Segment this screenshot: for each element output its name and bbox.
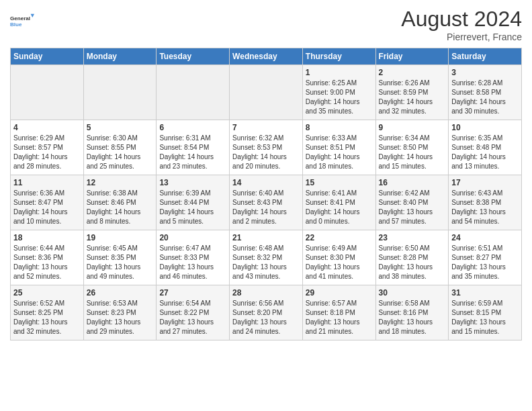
column-header-saturday: Saturday bbox=[449, 48, 522, 65]
day-info: Sunrise: 6:38 AMSunset: 8:46 PMDaylight:… bbox=[87, 189, 154, 226]
day-number: 11 bbox=[13, 178, 81, 187]
calendar-cell: 15Sunrise: 6:41 AMSunset: 8:41 PMDayligh… bbox=[302, 175, 375, 230]
day-info: Sunrise: 6:54 AMSunset: 8:22 PMDaylight:… bbox=[159, 299, 226, 336]
calendar-cell: 2Sunrise: 6:26 AMSunset: 8:59 PMDaylight… bbox=[375, 65, 449, 120]
calendar-cell: 11Sunrise: 6:36 AMSunset: 8:47 PMDayligh… bbox=[11, 175, 84, 230]
calendar-cell: 27Sunrise: 6:54 AMSunset: 8:22 PMDayligh… bbox=[157, 285, 230, 340]
day-info: Sunrise: 6:52 AMSunset: 8:25 PMDaylight:… bbox=[13, 299, 81, 336]
day-number: 3 bbox=[451, 68, 519, 77]
day-number: 26 bbox=[87, 288, 154, 298]
day-info: Sunrise: 6:56 AMSunset: 8:20 PMDaylight:… bbox=[232, 299, 300, 336]
day-number: 2 bbox=[379, 68, 446, 77]
day-number: 21 bbox=[232, 233, 300, 242]
calendar-table: SundayMondayTuesdayWednesdayThursdayFrid… bbox=[10, 48, 522, 340]
day-info: Sunrise: 6:48 AMSunset: 8:32 PMDaylight:… bbox=[232, 244, 300, 281]
day-number: 30 bbox=[379, 288, 446, 298]
day-info: Sunrise: 6:29 AMSunset: 8:57 PMDaylight:… bbox=[13, 134, 81, 171]
day-number: 8 bbox=[306, 123, 373, 132]
day-info: Sunrise: 6:51 AMSunset: 8:27 PMDaylight:… bbox=[451, 244, 519, 281]
day-info: Sunrise: 6:28 AMSunset: 8:58 PMDaylight:… bbox=[451, 79, 519, 116]
day-info: Sunrise: 6:30 AMSunset: 8:55 PMDaylight:… bbox=[87, 134, 154, 171]
calendar-cell: 13Sunrise: 6:39 AMSunset: 8:44 PMDayligh… bbox=[157, 175, 230, 230]
day-number: 20 bbox=[159, 233, 226, 242]
day-number: 5 bbox=[87, 123, 154, 132]
calendar-cell: 28Sunrise: 6:56 AMSunset: 8:20 PMDayligh… bbox=[230, 285, 303, 340]
day-number: 13 bbox=[159, 178, 226, 187]
logo-svg: General Blue bbox=[10, 7, 34, 35]
day-info: Sunrise: 6:44 AMSunset: 8:36 PMDaylight:… bbox=[13, 244, 81, 281]
day-number: 19 bbox=[87, 233, 154, 242]
day-info: Sunrise: 6:47 AMSunset: 8:33 PMDaylight:… bbox=[159, 244, 226, 281]
day-info: Sunrise: 6:45 AMSunset: 8:35 PMDaylight:… bbox=[87, 244, 154, 281]
calendar-cell bbox=[157, 65, 230, 120]
day-number: 14 bbox=[232, 178, 300, 187]
calendar-cell bbox=[230, 65, 303, 120]
logo: General Blue bbox=[10, 7, 34, 35]
day-info: Sunrise: 6:35 AMSunset: 8:48 PMDaylight:… bbox=[451, 134, 519, 171]
day-info: Sunrise: 6:59 AMSunset: 8:15 PMDaylight:… bbox=[451, 299, 519, 336]
day-info: Sunrise: 6:49 AMSunset: 8:30 PMDaylight:… bbox=[306, 244, 373, 281]
column-header-tuesday: Tuesday bbox=[157, 48, 230, 65]
day-info: Sunrise: 6:43 AMSunset: 8:38 PMDaylight:… bbox=[451, 189, 519, 226]
calendar-cell: 6Sunrise: 6:31 AMSunset: 8:54 PMDaylight… bbox=[157, 120, 230, 175]
day-number: 23 bbox=[379, 233, 446, 242]
calendar-cell bbox=[83, 65, 157, 120]
day-info: Sunrise: 6:32 AMSunset: 8:53 PMDaylight:… bbox=[232, 134, 300, 171]
calendar-cell: 10Sunrise: 6:35 AMSunset: 8:48 PMDayligh… bbox=[449, 120, 522, 175]
day-number: 7 bbox=[232, 123, 300, 132]
calendar-cell: 21Sunrise: 6:48 AMSunset: 8:32 PMDayligh… bbox=[230, 230, 303, 285]
month-year-title: August 2024 bbox=[401, 7, 522, 32]
calendar-cell bbox=[11, 65, 84, 120]
svg-text:Blue: Blue bbox=[10, 21, 22, 28]
day-number: 10 bbox=[451, 123, 519, 132]
day-info: Sunrise: 6:39 AMSunset: 8:44 PMDaylight:… bbox=[159, 189, 226, 226]
calendar-cell: 29Sunrise: 6:57 AMSunset: 8:18 PMDayligh… bbox=[302, 285, 375, 340]
day-number: 4 bbox=[13, 123, 81, 132]
day-info: Sunrise: 6:41 AMSunset: 8:41 PMDaylight:… bbox=[306, 189, 373, 226]
day-number: 28 bbox=[232, 288, 300, 298]
day-number: 25 bbox=[13, 288, 81, 298]
calendar-cell: 18Sunrise: 6:44 AMSunset: 8:36 PMDayligh… bbox=[11, 230, 84, 285]
calendar-cell: 20Sunrise: 6:47 AMSunset: 8:33 PMDayligh… bbox=[157, 230, 230, 285]
day-info: Sunrise: 6:40 AMSunset: 8:43 PMDaylight:… bbox=[232, 189, 300, 226]
day-number: 29 bbox=[306, 288, 373, 298]
calendar-cell: 30Sunrise: 6:58 AMSunset: 8:16 PMDayligh… bbox=[375, 285, 449, 340]
day-info: Sunrise: 6:36 AMSunset: 8:47 PMDaylight:… bbox=[13, 189, 81, 226]
day-number: 24 bbox=[451, 233, 519, 242]
day-number: 18 bbox=[13, 233, 81, 242]
calendar-cell: 5Sunrise: 6:30 AMSunset: 8:55 PMDaylight… bbox=[83, 120, 157, 175]
calendar-cell: 19Sunrise: 6:45 AMSunset: 8:35 PMDayligh… bbox=[83, 230, 157, 285]
day-number: 1 bbox=[306, 68, 373, 77]
title-area: August 2024 Pierrevert, France bbox=[401, 7, 522, 42]
day-info: Sunrise: 6:53 AMSunset: 8:23 PMDaylight:… bbox=[87, 299, 154, 336]
header: General Blue August 2024 Pierrevert, Fra… bbox=[10, 7, 522, 42]
column-header-friday: Friday bbox=[375, 48, 449, 65]
calendar-cell: 31Sunrise: 6:59 AMSunset: 8:15 PMDayligh… bbox=[449, 285, 522, 340]
day-number: 22 bbox=[306, 233, 373, 242]
day-info: Sunrise: 6:42 AMSunset: 8:40 PMDaylight:… bbox=[379, 189, 446, 226]
calendar-cell: 17Sunrise: 6:43 AMSunset: 8:38 PMDayligh… bbox=[449, 175, 522, 230]
calendar-cell: 26Sunrise: 6:53 AMSunset: 8:23 PMDayligh… bbox=[83, 285, 157, 340]
calendar-cell: 1Sunrise: 6:25 AMSunset: 9:00 PMDaylight… bbox=[302, 65, 375, 120]
column-header-wednesday: Wednesday bbox=[230, 48, 303, 65]
calendar-cell: 14Sunrise: 6:40 AMSunset: 8:43 PMDayligh… bbox=[230, 175, 303, 230]
calendar-cell: 8Sunrise: 6:33 AMSunset: 8:51 PMDaylight… bbox=[302, 120, 375, 175]
column-header-thursday: Thursday bbox=[302, 48, 375, 65]
calendar-cell: 16Sunrise: 6:42 AMSunset: 8:40 PMDayligh… bbox=[375, 175, 449, 230]
day-info: Sunrise: 6:34 AMSunset: 8:50 PMDaylight:… bbox=[379, 134, 446, 171]
day-info: Sunrise: 6:58 AMSunset: 8:16 PMDaylight:… bbox=[379, 299, 446, 336]
day-number: 6 bbox=[159, 123, 226, 132]
day-number: 15 bbox=[306, 178, 373, 187]
day-info: Sunrise: 6:31 AMSunset: 8:54 PMDaylight:… bbox=[159, 134, 226, 171]
day-info: Sunrise: 6:25 AMSunset: 9:00 PMDaylight:… bbox=[306, 79, 373, 116]
day-info: Sunrise: 6:50 AMSunset: 8:28 PMDaylight:… bbox=[379, 244, 446, 281]
calendar-cell: 25Sunrise: 6:52 AMSunset: 8:25 PMDayligh… bbox=[11, 285, 84, 340]
day-number: 16 bbox=[379, 178, 446, 187]
svg-marker-2 bbox=[31, 14, 34, 17]
day-info: Sunrise: 6:26 AMSunset: 8:59 PMDaylight:… bbox=[379, 79, 446, 116]
day-info: Sunrise: 6:33 AMSunset: 8:51 PMDaylight:… bbox=[306, 134, 373, 171]
column-header-sunday: Sunday bbox=[11, 48, 84, 65]
calendar-cell: 23Sunrise: 6:50 AMSunset: 8:28 PMDayligh… bbox=[375, 230, 449, 285]
day-number: 31 bbox=[451, 288, 519, 298]
calendar-cell: 9Sunrise: 6:34 AMSunset: 8:50 PMDaylight… bbox=[375, 120, 449, 175]
